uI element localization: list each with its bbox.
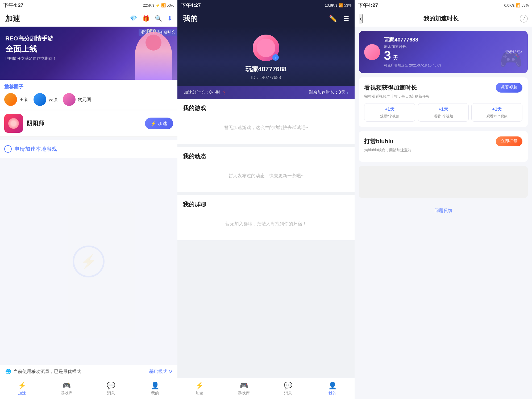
status-bar-p2: 下午4:27 13.8K/s 📶 53% bbox=[177, 0, 355, 11]
nav-msg-label-p2: 消息 bbox=[284, 391, 292, 396]
card-date: 可免广告加速至 2021-07-18 15:46:09 bbox=[384, 63, 441, 68]
my-group-title: 我的群聊 bbox=[183, 201, 350, 209]
gift-icon[interactable]: 🎁 bbox=[142, 15, 149, 22]
divider-p1-2 bbox=[0, 136, 177, 137]
watermark-area: ⚡ bbox=[0, 158, 177, 365]
avatar-wrap[interactable]: ♂ bbox=[253, 35, 279, 61]
time-p1: 下午4:27 bbox=[3, 2, 23, 9]
watch-video-button[interactable]: 观看视频 bbox=[496, 83, 522, 93]
lightning-icon: ⚡ bbox=[151, 121, 156, 126]
reward-title: 打赏biubiu bbox=[364, 138, 393, 146]
reward-section-header: 打赏biubiu 立即打赏 bbox=[364, 136, 522, 146]
bluetooth-icon: ⚡ bbox=[156, 3, 160, 7]
panel-mine: 下午4:27 13.8K/s 📶 53% 我的 ✏️ ☰ ♂ 玩家4077768… bbox=[177, 0, 355, 399]
feedback-link[interactable]: 问题反馈 bbox=[359, 202, 528, 219]
gender-badge: ♂ bbox=[272, 54, 279, 61]
boost-label: 加速 bbox=[158, 120, 167, 127]
back-button[interactable]: ‹ bbox=[359, 14, 362, 23]
diamond-icon[interactable]: 💎 bbox=[130, 15, 137, 22]
panel1-title: 加速 bbox=[5, 14, 20, 24]
nav-games-icon-p2: 🎮 bbox=[240, 381, 248, 390]
days-unit: 天 bbox=[393, 54, 398, 62]
download-icon[interactable]: ⬇ bbox=[167, 15, 172, 22]
time-bar-right[interactable]: 剩余加速时长：3天 › bbox=[309, 90, 348, 95]
time-p3: 下午4:27 bbox=[358, 2, 378, 9]
mode-text: 基础模式 bbox=[149, 368, 167, 375]
recommend-header: 推荐圈子 bbox=[4, 84, 173, 90]
plus-circle-icon: + bbox=[4, 145, 12, 153]
nav-games-icon-p1: 🎮 bbox=[62, 381, 71, 390]
video-section-title: 看视频获得加速时长 bbox=[364, 84, 417, 92]
reward-button[interactable]: 立即打赏 bbox=[496, 136, 522, 146]
nav-msg-p1[interactable]: 💬 消息 bbox=[89, 381, 133, 396]
my-games-title: 我的游戏 bbox=[183, 104, 350, 112]
battery-p3: 53% bbox=[521, 3, 529, 7]
question-icon: ❓ bbox=[222, 90, 226, 95]
search-icon-p1[interactable]: 🔍 bbox=[155, 15, 162, 22]
card-avatar bbox=[364, 44, 380, 60]
topbar-p1: 加速 💎 🎁 🔍 ⬇ bbox=[0, 11, 177, 27]
step-label-0: 观看2个视频 bbox=[380, 114, 399, 119]
avatar-face bbox=[257, 39, 275, 57]
panel2-inner: ♂ 玩家40777688 ID：140777688 加速总时长：0小时 ❓ 剩余… bbox=[177, 27, 355, 399]
topbar-icons-p2: ✏️ ☰ bbox=[329, 15, 349, 22]
nav-msg-p2[interactable]: 💬 消息 bbox=[266, 381, 310, 396]
nav-games-p1[interactable]: 🎮 游戏库 bbox=[44, 381, 89, 396]
video-section-header: 看视频获得加速时长 观看视频 bbox=[364, 83, 522, 93]
card-username: 玩家40777688 bbox=[384, 36, 441, 43]
topbar-p3: ‹ 我的加速时长 ? bbox=[355, 11, 532, 27]
nav-speed-p2[interactable]: ⚡ 加速 bbox=[177, 381, 222, 396]
boost-button[interactable]: ⚡ 加速 bbox=[145, 118, 173, 129]
status-text: 当前使用移动流量，已是最优模式 bbox=[13, 368, 81, 375]
step-label-1: 观看6个视频 bbox=[434, 114, 453, 119]
step-plus-0: +1天 bbox=[385, 106, 394, 112]
help-button[interactable]: ? bbox=[520, 15, 528, 23]
time-bar[interactable]: 加速总时长：0小时 ❓ 剩余加速时长：3天 › bbox=[177, 86, 355, 99]
recommend-items: 王者 云顶 次元圈 bbox=[4, 93, 173, 106]
time-bar-left: 加速总时长：0小时 ❓ bbox=[184, 90, 226, 95]
mode-link[interactable]: 基础模式 ↻ bbox=[149, 368, 172, 375]
rec-name-0: 王者 bbox=[19, 97, 28, 103]
nav-speed-icon-p1: ⚡ bbox=[18, 381, 26, 390]
my-games-section: 我的游戏 暂无加速游戏，这么牛的功能快去试试吧~ bbox=[177, 99, 355, 144]
bottom-nav-p2: ⚡ 加速 🎮 游戏库 💬 消息 👤 我的 bbox=[177, 378, 355, 399]
time-p2: 下午4:27 bbox=[181, 2, 201, 9]
nav-mine-p1[interactable]: 👤 我的 bbox=[133, 381, 177, 396]
panel-duration: 下午4:27 6.0K/s 📶 53% ‹ 我的加速时长 ? 玩家4077768… bbox=[355, 0, 532, 399]
step-plus-1: +1天 bbox=[438, 106, 448, 112]
topbar-p2: 我的 ✏️ ☰ bbox=[177, 11, 355, 27]
banner-line1: REO高分剧情手游 bbox=[5, 35, 57, 43]
nav-games-label-p1: 游戏库 bbox=[61, 391, 73, 396]
card-left: 玩家40777688 剩余加速时长: 3 天 可免广告加速至 2021-07-1… bbox=[364, 36, 441, 68]
wifi-icon-p2: 📶 bbox=[338, 3, 343, 7]
wifi-icon-p3: 📶 bbox=[516, 3, 520, 7]
nav-mine-p2[interactable]: 👤 我的 bbox=[310, 381, 355, 396]
watermark-shape: ⚡ bbox=[73, 246, 105, 277]
game-flower bbox=[8, 118, 19, 129]
step-item-0: +1天 观看2个视频 bbox=[364, 103, 415, 122]
speed-p2: 13.8K/s bbox=[325, 3, 337, 7]
rec-avatar-0 bbox=[4, 93, 17, 106]
banner-p1[interactable]: 看视频获得加速时长 REO REO高分剧情手游 全面上线 IF剧情分支满足原作党… bbox=[0, 27, 177, 80]
game-name: 阴阳师 bbox=[27, 119, 141, 127]
video-section: 看视频获得加速时长 观看视频 完整观看视频才计数，每日0点刷新任务 +1天 观看… bbox=[359, 77, 528, 127]
edit-icon[interactable]: ✏️ bbox=[329, 15, 337, 22]
nav-games-p2[interactable]: 🎮 游戏库 bbox=[222, 381, 266, 396]
panel2-content: 我的游戏 暂无加速游戏，这么牛的功能快去试试吧~ 我的动态 暂无发布过的动态，快… bbox=[177, 99, 355, 378]
speed-p3: 6.0K/s bbox=[504, 3, 515, 7]
card-remain-label: 剩余加速时长: bbox=[384, 44, 441, 49]
bottom-nav-p1: ⚡ 加速 🎮 游戏库 💬 消息 👤 我的 bbox=[0, 378, 177, 399]
nav-msg-icon-p2: 💬 bbox=[284, 381, 292, 390]
reward-sub: 为biubiu续命，回馈加速宝箱 bbox=[364, 148, 522, 153]
nav-mine-label-p2: 我的 bbox=[329, 391, 336, 396]
status-bar-p3: 下午4:27 6.0K/s 📶 53% bbox=[355, 0, 532, 11]
gamepad-icon: 🎮 bbox=[499, 49, 522, 70]
rec-item-1[interactable]: 云顶 bbox=[34, 93, 57, 106]
globe-icon: 🌐 bbox=[5, 369, 11, 375]
apply-section[interactable]: + 申请加速本地游戏 bbox=[0, 140, 177, 158]
rec-item-2[interactable]: 次元圈 bbox=[63, 93, 91, 106]
rec-item-0[interactable]: 王者 bbox=[4, 93, 28, 106]
nav-speed-p1[interactable]: ⚡ 加速 bbox=[0, 381, 44, 396]
username: 玩家40777688 bbox=[246, 65, 287, 73]
menu-icon[interactable]: ☰ bbox=[343, 15, 349, 22]
